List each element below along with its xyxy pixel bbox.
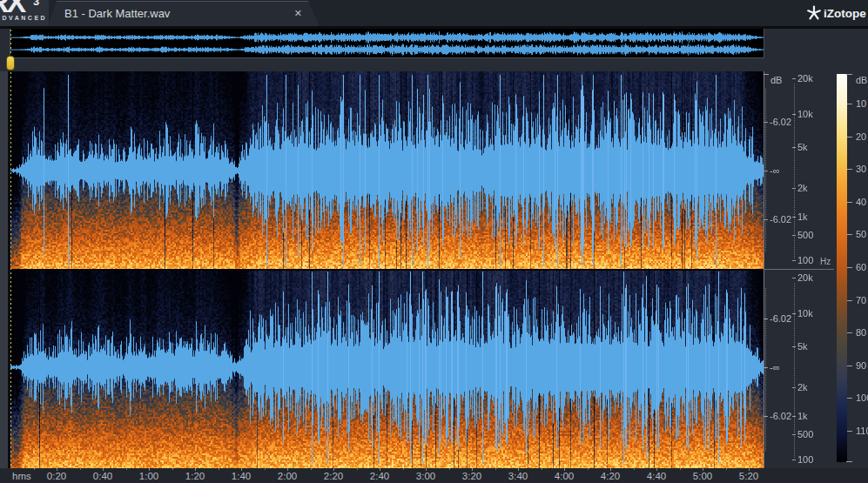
colorbar-tick-label: 90: [855, 360, 867, 371]
time-tick-minor: [495, 468, 496, 470]
frequency-label: 5k: [797, 341, 809, 352]
spark-asterisk-icon: [806, 5, 822, 21]
amp-dotted-guide: [765, 288, 766, 451]
colorbar-tick-label: 80: [855, 327, 867, 338]
freq-tick: [792, 217, 796, 218]
time-tick-minor: [726, 468, 727, 470]
amplitude-label: -6.02: [769, 313, 792, 324]
freq-tick: [792, 313, 796, 314]
time-tick-minor: [357, 468, 358, 470]
frequency-label: 2k: [797, 183, 809, 193]
time-label: 0:40: [84, 471, 122, 481]
time-tick-minor: [542, 468, 542, 470]
time-tick-minor: [265, 468, 266, 470]
time-ruler-unit: hms: [12, 471, 31, 481]
time-label: 4:40: [637, 471, 676, 481]
rx-editor-window: RX 3 ADVANCED B1 - Dark Matter.wav ✕ iZo…: [0, 0, 868, 483]
rx-logo-advanced: ADVANCED: [0, 15, 47, 21]
time-tick-minor: [680, 468, 681, 470]
frequency-label: 500: [797, 429, 814, 439]
frequency-label: 20k: [797, 272, 814, 283]
time-tick-minor: [449, 468, 450, 470]
time-label: 3:40: [499, 471, 537, 481]
colorbar-tick: [847, 234, 852, 235]
header-divider: [0, 26, 868, 29]
frequency-label: 2k: [797, 382, 809, 392]
colorbar-tick: [847, 300, 852, 301]
colorbar-tick-label: 20: [855, 131, 867, 142]
freq-tick: [792, 434, 796, 435]
playhead-marker[interactable]: [6, 56, 15, 70]
freq-dotted-guide: [794, 84, 795, 258]
colorbar-tick: [847, 137, 852, 138]
freq-dotted-guide: [794, 283, 795, 458]
time-label: 2:40: [360, 471, 399, 481]
freq-tick: [792, 260, 796, 261]
time-label: 4:00: [545, 471, 583, 481]
frequency-unit-label: Hz: [819, 257, 831, 267]
colorbar-tick: [847, 398, 852, 399]
time-tick-minor: [34, 468, 35, 470]
colorbar-tick-label: 30: [855, 164, 867, 174]
time-tick-minor: [172, 468, 173, 470]
frequency-label: 20k: [797, 73, 814, 84]
freq-tick: [792, 235, 796, 236]
colorbar-tick: [847, 332, 852, 333]
amp-tick: [764, 122, 768, 123]
time-label: 1:20: [176, 471, 214, 481]
time-label: 2:00: [268, 471, 306, 481]
frequency-label: 1k: [797, 411, 809, 421]
freq-tick: [792, 188, 796, 189]
file-tab-title: B1 - Dark Matter.wav: [64, 7, 170, 20]
frequency-label: 1k: [797, 211, 809, 222]
time-label: 4:20: [591, 471, 629, 481]
frequency-label: 5k: [797, 142, 809, 152]
time-tick-minor: [403, 468, 404, 470]
time-tick-minor: [80, 468, 81, 470]
colorbar-tick: [847, 431, 852, 432]
time-tick-minor: [588, 468, 589, 470]
colorbar-top-tick: [846, 74, 852, 75]
colorbar-tick-label: 10: [855, 98, 867, 109]
colorbar-tick: [847, 169, 852, 170]
time-ruler[interactable]: hms 0:200:401:001:201:402:002:202:403:00…: [0, 468, 868, 483]
scale-corner-tick: [764, 74, 769, 75]
colorbar-tick: [847, 104, 852, 104]
colorbar-tick-label: 110: [855, 426, 868, 436]
freq-tick: [792, 114, 796, 115]
file-tab[interactable]: B1 - Dark Matter.wav ✕: [48, 1, 320, 26]
amplitude-label: -∞: [769, 165, 781, 176]
time-label: 5:20: [730, 471, 768, 481]
time-tick-minor: [311, 468, 312, 470]
left-edge-strip: [0, 71, 8, 468]
colorbar-tick-label: 60: [855, 262, 867, 272]
amplitude-label: -6.02: [769, 117, 792, 127]
freq-tick: [792, 147, 796, 148]
amplitude-unit-label: dB: [770, 75, 783, 85]
amp-tick: [764, 219, 768, 220]
freq-tick: [792, 387, 796, 388]
colorbar-tick-label: 70: [855, 295, 867, 305]
close-icon[interactable]: ✕: [294, 8, 302, 19]
colorbar-tick-label: 40: [855, 197, 867, 207]
spectrogram-canvas[interactable]: [0, 0, 868, 483]
izotope-logo: iZotope: [806, 3, 868, 23]
colorbar-bottom-tick: [846, 461, 852, 462]
izotope-logo-text: iZotope: [824, 7, 866, 20]
time-tick-minor: [634, 468, 635, 470]
left-edge-gap: [8, 71, 10, 468]
channel-separator-line: [764, 269, 834, 270]
time-label: 2:20: [314, 471, 353, 481]
spectrogram-colorbar: [837, 74, 847, 462]
frequency-label: 10k: [797, 308, 814, 319]
freq-tick: [792, 460, 796, 460]
time-label: 3:20: [453, 471, 491, 481]
colorbar-tick: [847, 366, 852, 366]
rx-logo: RX 3 ADVANCED: [0, 0, 49, 26]
amp-tick: [764, 367, 768, 368]
time-label: 1:40: [222, 471, 260, 481]
amp-tick: [764, 319, 768, 319]
amplitude-label: -6.02: [769, 411, 792, 421]
frequency-label: 100: [797, 255, 814, 265]
amp-tick: [764, 416, 768, 417]
